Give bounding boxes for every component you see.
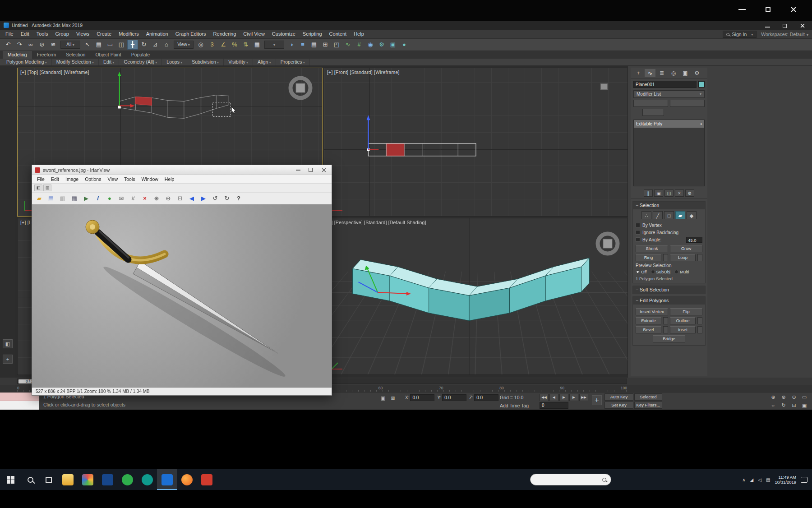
go-to-start-button[interactable]: ◀◀ xyxy=(540,394,549,401)
camtasia-app-icon[interactable] xyxy=(137,469,157,490)
rectangular-selection-region-button[interactable]: ▭ xyxy=(105,40,115,50)
viewer-pane-button-2[interactable]: ▥ xyxy=(43,185,51,191)
current-frame-field[interactable]: 0 xyxy=(540,402,568,409)
selection-filter-dropdown[interactable]: All xyxy=(60,41,80,49)
extrude-settings-button[interactable] xyxy=(663,317,668,324)
taskbar-search-button[interactable] xyxy=(21,469,40,490)
vertex-subobject-button[interactable]: ∴ xyxy=(641,211,651,219)
tab-freeform[interactable]: Freeform xyxy=(32,51,61,59)
select-and-link-button[interactable]: ∞ xyxy=(25,40,36,50)
menu-item[interactable]: Graph Editors xyxy=(172,30,210,38)
viewport-front[interactable]: [+] [Front] [Standard] [Wireframe] xyxy=(324,68,628,217)
menu-item[interactable]: Rendering xyxy=(210,30,240,38)
border-subobject-button[interactable]: □ xyxy=(664,211,674,219)
motion-tab[interactable]: ◎ xyxy=(668,69,679,77)
minimize-icon[interactable] xyxy=(296,170,300,171)
utilities-tab[interactable]: ⚙ xyxy=(692,69,702,77)
open-folder-button[interactable]: ▰ xyxy=(34,194,45,203)
menu-item[interactable]: Civil View xyxy=(240,30,268,38)
align-button[interactable]: ≡ xyxy=(297,40,308,50)
ring-spinner[interactable] xyxy=(663,254,668,261)
spinner-snap-button[interactable]: ⇅ xyxy=(240,40,251,50)
viewcube[interactable] xyxy=(286,74,315,102)
element-subobject-button[interactable]: ◆ xyxy=(687,211,697,219)
by-vertex-checkbox[interactable]: By Vertex xyxy=(636,222,702,229)
viewport-perspective[interactable]: [+] [Perspective] [Standard] [Default Sh… xyxy=(324,218,628,375)
ribbon-group[interactable]: Geometry (All) xyxy=(119,59,162,65)
zoom-all-button[interactable]: ⊛ xyxy=(779,393,789,401)
ribbon-group[interactable]: Polygon Modeling xyxy=(2,59,52,65)
photos-app-icon[interactable] xyxy=(78,469,97,490)
edge-subobject-button[interactable]: ╱ xyxy=(653,211,663,219)
viewer-menu-item[interactable]: View xyxy=(104,176,121,182)
viewport-label[interactable]: [+] [Front] [Standard] [Wireframe] xyxy=(327,69,400,75)
outline-button[interactable]: Outline xyxy=(670,317,696,324)
browser-app-icon[interactable] xyxy=(177,469,197,490)
menu-item[interactable]: Modifiers xyxy=(115,30,143,38)
modifier-list-dropdown[interactable]: Modifier List xyxy=(633,90,705,98)
toggle-ribbon-button[interactable]: ◰ xyxy=(331,40,342,50)
close-icon[interactable] xyxy=(322,167,327,172)
percent-snap-button[interactable]: % xyxy=(229,40,240,50)
menu-item[interactable]: Content xyxy=(326,30,351,38)
snaps-toggle-button[interactable]: 3 xyxy=(207,40,217,50)
zoom-region-button[interactable]: ▭ xyxy=(799,393,809,401)
rotate-left-button[interactable]: ↺ xyxy=(210,194,221,203)
tab-object-paint[interactable]: Object Paint xyxy=(90,51,126,59)
use-pivot-center-button[interactable]: ◎ xyxy=(195,40,206,50)
viewer-menu-item[interactable]: Tools xyxy=(121,176,138,182)
minimize-icon[interactable] xyxy=(738,9,746,10)
select-and-scale-button[interactable]: ⊿ xyxy=(150,40,161,50)
bevel-settings-button[interactable] xyxy=(663,326,668,333)
shrink-button[interactable]: Shrink xyxy=(636,245,668,252)
email-button[interactable]: ✉ xyxy=(116,194,127,203)
menu-item[interactable]: Scripting xyxy=(299,30,326,38)
extrude-button[interactable]: Extrude xyxy=(636,317,661,324)
select-object-button[interactable]: ↖ xyxy=(82,40,93,50)
tab-populate[interactable]: Populate xyxy=(126,51,155,59)
thumbnails-button[interactable]: ▦ xyxy=(69,194,80,203)
select-and-place-button[interactable]: ⌂ xyxy=(161,40,172,50)
workspace-selector[interactable]: Workspaces: Default xyxy=(761,32,808,37)
configure-modifier-sets-button[interactable]: ⚙ xyxy=(685,189,694,197)
rotate-right-button[interactable]: ↻ xyxy=(221,194,232,203)
render-production-button[interactable]: ● xyxy=(399,40,410,50)
info-button[interactable]: i xyxy=(92,194,103,203)
home-view-icon[interactable] xyxy=(600,83,608,90)
image-canvas[interactable] xyxy=(32,204,332,388)
toggle-scene-explorer-button[interactable]: ▤ xyxy=(309,40,319,50)
menu-item[interactable]: Tools xyxy=(33,30,52,38)
polygon-subobject-button[interactable]: ▰ xyxy=(675,211,685,219)
show-end-result-button[interactable]: ▣ xyxy=(654,189,663,197)
stack-button-1[interactable] xyxy=(633,100,668,107)
zoom-extents-button[interactable]: ⊙ xyxy=(789,393,799,401)
viewer-menu-item[interactable]: Edit xyxy=(48,176,62,182)
zoom-button[interactable]: ⊕ xyxy=(768,393,778,401)
stack-button-3[interactable] xyxy=(642,109,664,116)
ribbon-group[interactable]: Visibility xyxy=(224,59,253,65)
maximize-icon[interactable] xyxy=(783,24,787,28)
fit-to-window-button[interactable]: ⊡ xyxy=(175,194,185,203)
pan-button[interactable]: ⇔ xyxy=(768,402,778,409)
ribbon-group[interactable]: Edit xyxy=(99,59,119,65)
ring-button[interactable]: Ring xyxy=(636,254,661,261)
preview-off-radio[interactable]: Off xyxy=(636,269,647,274)
slideshow-button[interactable]: ▶ xyxy=(81,194,92,203)
viewport-label[interactable]: [+] [Top] [Standard] [Wireframe] xyxy=(20,69,89,75)
viewer-menu-item[interactable]: Options xyxy=(82,176,104,182)
viewer-menu-item[interactable]: Image xyxy=(62,176,82,182)
rendered-frame-window-button[interactable]: ▣ xyxy=(388,40,398,50)
remove-modifier-button[interactable]: × xyxy=(675,189,684,197)
render-setup-button[interactable]: ⚙ xyxy=(376,40,387,50)
menu-item[interactable]: Create xyxy=(93,30,115,38)
select-by-name-button[interactable]: ▤ xyxy=(93,40,104,50)
blue-app-icon[interactable] xyxy=(97,469,117,490)
zoom-extents-all-button[interactable]: ⊡ xyxy=(789,402,799,409)
modifier-stack[interactable]: Editable Poly ▪ xyxy=(633,120,705,186)
viewer-menu-item[interactable]: Window xyxy=(138,176,161,182)
crop-button[interactable]: # xyxy=(128,194,138,203)
viewcube[interactable] xyxy=(593,229,622,258)
ribbon-group[interactable]: Modify Selection xyxy=(52,59,99,65)
previous-image-button[interactable]: ◀ xyxy=(186,194,197,203)
next-frame-button[interactable]: ▶ xyxy=(569,394,578,401)
